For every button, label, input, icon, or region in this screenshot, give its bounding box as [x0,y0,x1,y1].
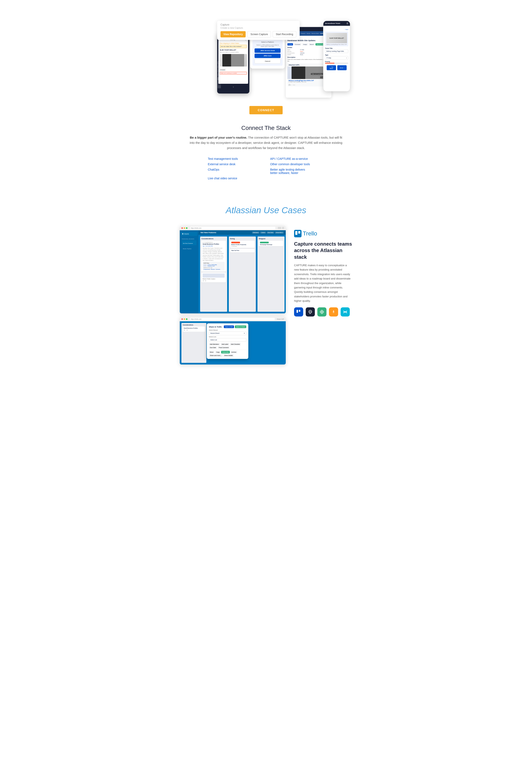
link-api-capture[interactable]: API / CAPTURE as-a-service [270,157,324,161]
add-label-btn[interactable]: Add Label [221,343,229,346]
link-chatops[interactable]: ChatOps [208,167,262,175]
trello-board-select[interactable]: Newest Board ▾ [209,331,246,335]
bottom-browser-url: https://trello.com [191,318,201,320]
annotate-mockup: Annotate ⋯ ↖ □ ○ ╱ T → ⋯ ≡ bellroy 🛒 Fre [217,33,249,94]
capture-icon [319,309,324,314]
hipchat-app-icon [306,307,315,316]
bottom-dot-yellow [184,318,185,320]
sd-back-link: ← Back [325,27,348,31]
annotate-tools: ↖ □ ○ ╱ T → ⋯ [218,61,221,88]
connect-button[interactable]: CONNECT [249,106,283,114]
save-share-button[interactable]: Save & Share [235,325,246,328]
jira-nav-servicedesk: Service Desk [312,33,319,34]
browser-dot-red [181,227,183,229]
trello-share-modal-actions: Save & Edit Save & Share [224,325,246,328]
svg-rect-4 [299,310,300,312]
tool-text: T [218,77,221,80]
cancel-platform-button[interactable]: Cancel [255,59,281,64]
sd-send-button[interactable]: Send → [337,65,347,70]
trello-cap-file-icon [203,264,207,267]
browser-url: https://trello.com [191,227,201,229]
sd-type-value: IT Help [326,57,331,59]
trello-show-menu-action[interactable]: Show Menu [275,232,284,234]
sd-go-back-button[interactable]: ← Go Back [327,65,336,70]
copy-btn[interactable]: Copy [215,351,220,353]
jira-more-btn[interactable]: More ▾ [309,43,315,46]
due-date-btn[interactable]: Due Date [209,346,217,349]
trello-share-modal-title: Share in Trello [209,326,222,328]
save-edit-button[interactable]: Save & Edit [224,325,234,328]
platform-select-title: Select a Platform [255,41,281,43]
annotate-body: ≡ bellroy 🛒 Free shipping to United Stat… [218,38,248,84]
jira-nav-issues: Issues [307,33,310,34]
jira-edit-btn[interactable]: ✎ Edit [287,43,293,46]
trello-cap-file-name: Comp_BizProfile-Feature.CAP [207,264,224,267]
jira-nav-projects: Projects [301,33,305,34]
show-details-btn[interactable]: Show Details [223,354,234,357]
browser-action-2 [282,227,284,229]
trello-list-select[interactable]: Select List [209,338,246,342]
trello-browser-window: https://trello.com ⊞ Boards [180,226,286,313]
trello-doing-card-title: Bizdev Profile Frequently [231,244,253,245]
trello-main: Net New Features Members Labels Due Date… [198,230,286,313]
trello-list-label: Select List [209,336,246,337]
trello-sidebar-board-1[interactable]: Net New Features [182,240,196,245]
trello-info-heading: Capture connects teams across the Atlass… [294,241,352,260]
trello-lists-area: Considerations in: Considerations Small … [198,235,286,313]
jira-cap-comments: 💬 2 [289,84,291,86]
annotate-brand-text: SLIM YOUR WALLET [220,49,247,51]
sd-footer: ← Go Back Send → [325,65,348,70]
start-recording-button[interactable]: Start Recording [273,31,296,37]
jira-core-button[interactable]: JIRA Core [255,54,281,58]
trello-doing-card-meta: 2 comments [231,246,253,247]
move-btn[interactable]: Move [209,351,214,353]
bamboo-app-icon [329,307,338,316]
trello-due-date-action[interactable]: Due Date [267,232,274,234]
sd-type-arrow-icon: ▾ [346,57,347,59]
trello-sidebar-board-2[interactable]: Bizdev Pipeline [182,246,196,251]
jira-assign-btn[interactable]: Assign [302,43,308,46]
trello-mini-list-1: Considerations Small Business Profiles 2… [181,323,206,363]
trello-card-title-bizprofile: Small Business Profiles [203,243,225,245]
trello-share-overlay-modal: Share in Trello Save & Edit Save & Share… [207,323,248,359]
link-live-chat[interactable]: Live chat video service [208,176,262,180]
browser-dot-yellow [184,227,185,229]
app-icons-row [294,307,352,316]
sd-body: ← Back SLIM YOUR WALLET Bellroy-LandingP… [323,26,350,71]
archive-btn[interactable]: Archive [230,351,237,353]
svg-point-7 [310,311,311,312]
final-comment-btn[interactable]: Final Comment [218,346,230,349]
jira-comment-btn[interactable]: Comment [294,43,301,46]
hipchat-icon [308,309,313,314]
trello-app-icon [294,307,303,316]
bamboo-icon [331,309,336,314]
trello-cap-file-meta: Added an hour ago [203,267,224,268]
jira-service-desk-button[interactable]: JIRA Service Desk [255,48,281,53]
trello-mini-card-1: Small Business Profiles 26 42 [183,326,205,332]
trello-personal-label: PERSONAL BOARDS [182,238,196,240]
view-repo-button[interactable]: View Repository [220,31,246,37]
trello-card-date: Apr 7 at 12:00 PM [203,245,225,247]
jira-cap-name: Bellroy-LandingPage-Dev-Edits.CAP [289,80,329,81]
trello-members-action[interactable]: Members [252,232,259,234]
bottom-browser-share-btn[interactable]: Share CAP [277,318,284,320]
link-better-agile[interactable]: Better agile testing delivers better sof… [270,167,324,175]
add-checklist-btn[interactable]: Add Checklist [230,343,241,346]
trello-list-title-doing: Doing [230,238,255,240]
share-more-btn[interactable]: Share and more... [209,354,223,357]
trello-card-files: CAP Files Comp_BizProfile-Feature.CAP Ad… [203,262,225,271]
sd-type-select[interactable]: IT Help ▾ [325,56,348,60]
link-test-management[interactable]: Test management tools [208,157,262,161]
use-cases-title: Atlassian Use Cases [176,205,356,215]
connect-stack-section: Connect The Stack Be a bigger part of yo… [176,121,356,189]
add-members-btn[interactable]: Add Members [209,343,220,346]
link-other-dev-tools[interactable]: Other common developer tools [270,162,324,166]
subscribe-btn[interactable]: Subscribe [221,351,230,353]
trello-labels-action[interactable]: Labels [260,232,266,234]
link-external-service[interactable]: External service desk [208,162,262,166]
trello-bottom-browser-titlebar: https://trello.com Share CAP [180,317,286,321]
trello-sidebar: ⊞ Boards PERSONAL BOARDS Net New Feature… [180,230,198,313]
sd-brand-label: Bellroy-LandingPage-Dev-Edits.CAP [326,44,347,45]
screen-capture-button[interactable]: Screen Capture [247,31,271,37]
trello-cap-files-label: CAP Files [203,262,224,264]
